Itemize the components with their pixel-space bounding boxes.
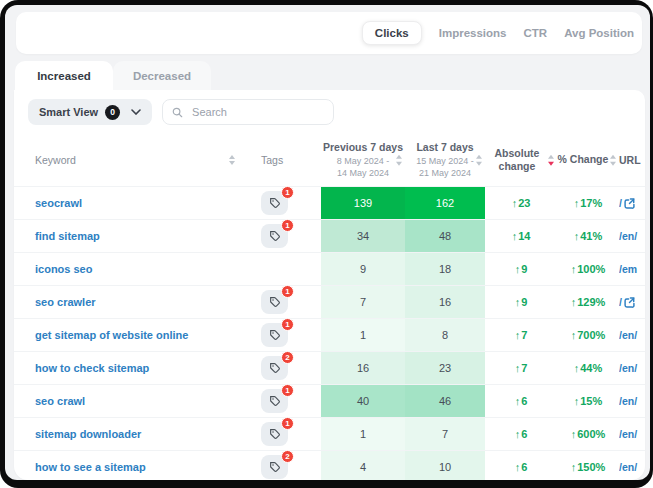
keyword-link[interactable]: seo crawl <box>14 385 243 417</box>
last-value-cell: 23 <box>405 352 485 384</box>
last-date-range: 15 May 2024 - 21 May 2024 <box>405 156 485 179</box>
last-value-cell: 10 <box>405 451 485 480</box>
absolute-change-title: Absolute change <box>485 147 557 173</box>
up-arrow-icon: ↑ <box>515 263 521 275</box>
url-link[interactable]: /en/ <box>619 352 645 384</box>
chevron-down-icon <box>131 109 141 115</box>
column-header-percent-change[interactable]: % Change <box>557 153 619 166</box>
column-header-tags-label: Tags <box>261 154 283 166</box>
metric-tab-clicks[interactable]: Clicks <box>362 21 422 45</box>
top-toolbar: Clicks Impressions CTR Avg Position <box>16 12 642 54</box>
percent-change-cell: ↑41% <box>557 220 619 252</box>
table-row: get sitemap of website online 1 1 8 ↑7 ↑… <box>14 318 645 351</box>
keyword-link[interactable]: how to see a sitemap <box>14 451 243 480</box>
keywords-table-card: Smart View 0 Keyword <box>14 90 645 480</box>
tag-icon <box>269 395 281 407</box>
table-row: iconos seo 9 18 ↑9 ↑100% /em <box>14 252 645 285</box>
previous-value-cell: 16 <box>321 352 405 384</box>
tag-count-badge: 2 <box>281 450 294 463</box>
percent-change-cell: ↑15% <box>557 385 619 417</box>
tag-count-badge: 1 <box>281 417 294 430</box>
url-link[interactable]: / <box>619 187 645 219</box>
sort-icon-last[interactable] <box>476 155 482 166</box>
tag-chip[interactable]: 1 <box>261 224 288 248</box>
up-arrow-icon: ↑ <box>515 329 521 341</box>
tag-icon <box>269 230 281 242</box>
previous-value-cell: 9 <box>321 253 405 285</box>
tab-decreased[interactable]: Decreased <box>113 61 211 90</box>
sort-icon-absolute-change-active[interactable] <box>548 155 554 166</box>
absolute-change-cell: ↑6 <box>485 418 557 450</box>
url-link[interactable]: / <box>619 286 645 318</box>
keyword-link[interactable]: sitemap downloader <box>14 418 243 450</box>
metric-tab-avg-position[interactable]: Avg Position <box>564 27 634 39</box>
search-input[interactable] <box>190 105 324 119</box>
url-link[interactable]: /en/ <box>619 319 645 351</box>
last-value-cell: 8 <box>405 319 485 351</box>
keyword-link[interactable]: seocrawl <box>14 187 243 219</box>
column-header-last[interactable]: Last 7 days 15 May 2024 - 21 May 2024 <box>405 141 485 179</box>
sort-icon-keyword[interactable] <box>229 155 235 166</box>
tag-chip[interactable]: 1 <box>261 389 288 413</box>
up-arrow-icon: ↑ <box>574 197 580 209</box>
sort-icon-percent-change[interactable] <box>610 155 616 166</box>
tag-chip[interactable]: 2 <box>261 356 288 380</box>
metric-segmented-control: Clicks Impressions CTR Avg Position <box>362 12 634 54</box>
tag-icon <box>269 197 281 209</box>
tags-cell: 1 <box>243 187 321 219</box>
up-arrow-icon: ↑ <box>515 428 521 440</box>
table-row: seo crawl 1 40 46 ↑6 ↑15% /en/ <box>14 384 645 417</box>
metric-tab-ctr[interactable]: CTR <box>524 27 548 39</box>
tag-icon <box>269 362 281 374</box>
tag-chip[interactable]: 1 <box>261 290 288 314</box>
url-link[interactable]: /en/ <box>619 418 645 450</box>
url-link[interactable]: /en/ <box>619 451 645 480</box>
column-header-keyword[interactable]: Keyword <box>14 154 243 166</box>
absolute-change-cell: ↑6 <box>485 451 557 480</box>
tag-chip[interactable]: 2 <box>261 455 288 479</box>
tags-cell <box>243 253 321 285</box>
keyword-link[interactable]: get sitemap of website online <box>14 319 243 351</box>
url-link[interactable]: /en/ <box>619 220 645 252</box>
table-row: how to see a sitemap 2 4 10 ↑6 ↑150% /en… <box>14 450 645 480</box>
tag-icon <box>269 329 281 341</box>
column-header-absolute-change[interactable]: Absolute change <box>485 147 557 173</box>
tab-increased[interactable]: Increased <box>15 61 113 90</box>
sort-icon-previous[interactable] <box>396 155 402 166</box>
smart-view-dropdown[interactable]: Smart View 0 <box>28 99 152 125</box>
tag-chip[interactable]: 1 <box>261 422 288 446</box>
tags-cell: 1 <box>243 418 321 450</box>
keyword-link[interactable]: find sitemap <box>14 220 243 252</box>
url-link[interactable]: /em <box>619 253 645 285</box>
url-link[interactable]: /en/ <box>619 385 645 417</box>
keyword-link[interactable]: how to check sitemap <box>14 352 243 384</box>
up-arrow-icon: ↑ <box>512 197 518 209</box>
keyword-link[interactable]: seo crawler <box>14 286 243 318</box>
change-direction-tabs: Increased Decreased <box>15 61 211 90</box>
table-row: sitemap downloader 1 1 7 ↑6 ↑600% /en/ <box>14 417 645 450</box>
absolute-change-cell: ↑9 <box>485 286 557 318</box>
smart-view-count-badge: 0 <box>105 105 120 120</box>
previous-value-cell: 34 <box>321 220 405 252</box>
previous-value-cell: 7 <box>321 286 405 318</box>
tag-icon <box>269 428 281 440</box>
tag-count-badge: 1 <box>281 186 294 199</box>
page-background: Clicks Impressions CTR Avg Position Incr… <box>5 5 650 480</box>
absolute-change-cell: ↑14 <box>485 220 557 252</box>
tag-count-badge: 1 <box>281 318 294 331</box>
table-row: seocrawl 1 139 162 ↑23 ↑17% / <box>14 186 645 219</box>
column-header-tags: Tags <box>243 154 321 166</box>
keyword-link[interactable]: iconos seo <box>14 253 243 285</box>
metric-tab-impressions[interactable]: Impressions <box>439 27 507 39</box>
up-arrow-icon: ↑ <box>574 395 580 407</box>
tag-count-badge: 1 <box>281 384 294 397</box>
last-value-cell: 162 <box>405 187 485 219</box>
column-header-previous[interactable]: Previous 7 days 8 May 2024 - 14 May 2024 <box>321 141 405 179</box>
tag-count-badge: 1 <box>281 219 294 232</box>
tags-cell: 1 <box>243 385 321 417</box>
percent-change-cell: ↑100% <box>557 253 619 285</box>
up-arrow-icon: ↑ <box>515 395 521 407</box>
tag-chip[interactable]: 1 <box>261 323 288 347</box>
tag-chip[interactable]: 1 <box>261 191 288 215</box>
column-header-url: URL <box>619 154 645 166</box>
